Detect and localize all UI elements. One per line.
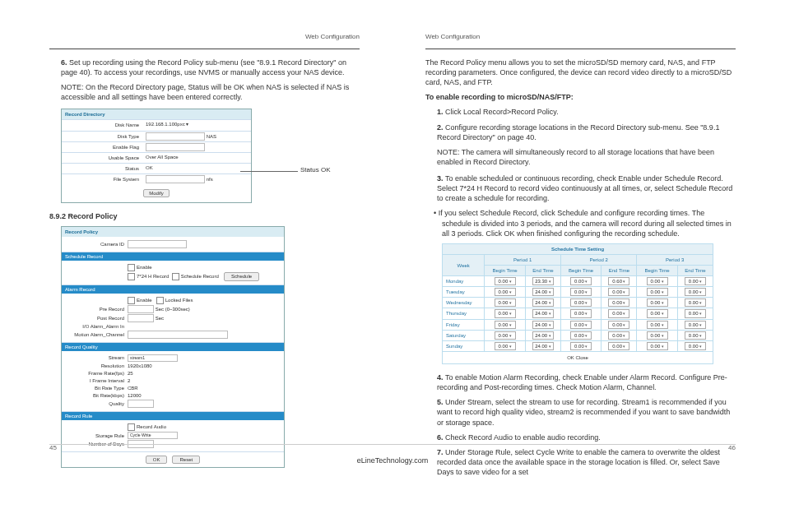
figure-record-policy: Record Policy Camera ID Schedule Record … <box>61 226 285 468</box>
step-6: 6. Set up recording using the Record Pol… <box>49 58 360 77</box>
step-4: 4. To enable Motion Alarm Recording, che… <box>425 372 736 392</box>
step-6r: 6. Check Record Audio to enable audio re… <box>425 433 736 442</box>
step-3-bullet: If you select Schedule Record, click Sch… <box>425 208 736 238</box>
footer-rule <box>49 444 736 445</box>
page-number-right: 46 <box>728 444 736 451</box>
heading-record-policy: 8.9.2 Record Policy <box>49 211 360 221</box>
step-5: 5. Under Stream, select the stream to us… <box>425 397 736 427</box>
page-number-left: 45 <box>49 444 57 451</box>
step-3: 3. To enable scheduled or continuous rec… <box>425 173 736 203</box>
enable-heading: To enable recording to microSD/NAS/FTP: <box>425 92 736 102</box>
page-header-left: Web Configuration <box>49 33 360 42</box>
note-nas: NOTE: On the Record Directory page, Stat… <box>49 82 360 102</box>
callout-line <box>240 171 298 172</box>
callout-status-ok: Status OK <box>300 166 330 175</box>
fig1-title: Record Directory <box>62 109 251 119</box>
modify-button: Modify <box>143 189 170 197</box>
intro-text: The Record Policy menu allows you to set… <box>425 58 736 87</box>
schedule-table: Schedule Time Setting Week Period 1 Peri… <box>442 243 713 364</box>
step-1: 1. Click Local Record>Record Policy. <box>425 107 736 117</box>
figure-record-directory: Record Directory Disk Name192.168.1.100p… <box>61 109 252 203</box>
header-rule-r <box>425 49 736 49</box>
header-rule <box>49 49 360 49</box>
step-2: 2. Configure recording storage locations… <box>425 123 736 142</box>
footer-site: eLineTechnology.com <box>0 456 785 465</box>
note-simultaneous: NOTE: The camera will simultaneously rec… <box>425 147 736 167</box>
page-header-right: Web Configuration <box>425 33 736 42</box>
